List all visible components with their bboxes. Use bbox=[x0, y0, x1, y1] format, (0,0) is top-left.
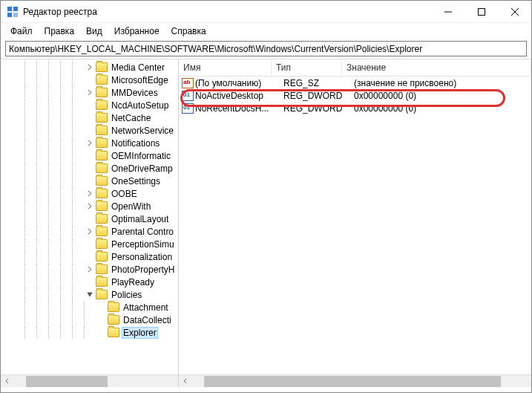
list-row[interactable]: NoActiveDesktopREG_DWORD0x00000000 (0) bbox=[179, 89, 531, 102]
tree-item[interactable]: OEMInformatic bbox=[1, 149, 178, 162]
list-pane[interactable]: Имя Тип Значение (По умолчанию)REG_SZ(зн… bbox=[179, 59, 531, 387]
tree-item[interactable]: OneDriveRamp bbox=[1, 162, 178, 175]
tree-item[interactable]: OneSettings bbox=[1, 175, 178, 187]
expand-glyph-icon[interactable] bbox=[96, 302, 108, 314]
tree-item[interactable]: Personalization bbox=[1, 250, 178, 263]
scroll-thumb[interactable] bbox=[26, 376, 108, 387]
folder-icon bbox=[108, 315, 119, 325]
folder-icon bbox=[96, 75, 108, 85]
tree-label: NcdAutoSetup bbox=[110, 100, 170, 111]
tree-item[interactable]: NcdAutoSetup bbox=[1, 99, 178, 111]
tree-label: MicrosoftEdge bbox=[110, 75, 170, 85]
scroll-left-icon[interactable] bbox=[1, 375, 13, 388]
expand-glyph-icon[interactable] bbox=[84, 150, 96, 162]
folder-icon bbox=[96, 239, 108, 249]
tree-label: Personalization bbox=[110, 252, 174, 262]
tree-label: Policies bbox=[110, 290, 143, 300]
cell-name: (По умолчанию) bbox=[195, 78, 283, 88]
cell-type: REG_DWORD bbox=[283, 91, 354, 101]
folder-icon bbox=[96, 189, 108, 198]
list-row[interactable]: (По умолчанию)REG_SZ(значение не присвое… bbox=[179, 77, 531, 89]
tree-item[interactable]: Media Center bbox=[1, 61, 178, 74]
tree-item[interactable]: Parental Contro bbox=[1, 225, 178, 238]
tree-item[interactable]: MMDevices bbox=[1, 86, 178, 99]
tree-item[interactable]: NetCache bbox=[1, 111, 178, 124]
expand-glyph-icon[interactable] bbox=[96, 314, 108, 326]
list-hscroll[interactable] bbox=[179, 374, 531, 387]
expand-glyph-icon[interactable] bbox=[84, 201, 96, 212]
tree-item[interactable]: Policies bbox=[1, 288, 178, 301]
tree-item[interactable]: Explorer bbox=[1, 326, 178, 339]
tree-pane[interactable]: Media CenterMicrosoftEdgeMMDevicesNcdAut… bbox=[1, 59, 179, 387]
expand-glyph-icon[interactable] bbox=[84, 74, 96, 86]
menu-file[interactable]: Файл bbox=[5, 25, 38, 38]
expand-glyph-icon[interactable] bbox=[84, 163, 96, 175]
list-row[interactable]: NoRecentDocsH...REG_DWORD0x00000000 (0) bbox=[179, 102, 531, 114]
tree-label: OEMInformatic bbox=[110, 151, 172, 161]
menu-help[interactable]: Справка bbox=[166, 25, 211, 38]
tree-label: OneDriveRamp bbox=[110, 163, 174, 174]
expand-glyph-icon[interactable] bbox=[84, 213, 96, 225]
col-value[interactable]: Значение bbox=[342, 60, 531, 75]
value-string-icon bbox=[182, 78, 194, 88]
tree-item[interactable]: PhotoPropertyH bbox=[1, 263, 178, 276]
minimize-button[interactable] bbox=[431, 1, 464, 22]
folder-icon bbox=[96, 277, 108, 287]
expand-glyph-icon[interactable] bbox=[84, 188, 96, 200]
tree-item[interactable]: PerceptionSimu bbox=[1, 238, 178, 250]
expand-glyph-icon[interactable] bbox=[84, 125, 96, 137]
expand-glyph-icon[interactable] bbox=[84, 100, 96, 111]
tree-label: PhotoPropertyH bbox=[110, 264, 176, 275]
tree-hscroll[interactable] bbox=[1, 374, 178, 387]
expand-glyph-icon[interactable] bbox=[84, 251, 96, 263]
expand-glyph-icon[interactable] bbox=[96, 327, 108, 339]
tree-label: OneSettings bbox=[110, 176, 162, 186]
folder-icon bbox=[108, 328, 119, 337]
folder-icon bbox=[96, 151, 108, 160]
cell-value: 0x00000000 (0) bbox=[354, 91, 531, 101]
scroll-left-icon[interactable] bbox=[179, 375, 191, 388]
menu-view[interactable]: Вид bbox=[81, 25, 108, 38]
tree-label: Attachment bbox=[122, 302, 170, 313]
tree-item[interactable]: PlayReady bbox=[1, 276, 178, 288]
folder-icon bbox=[96, 100, 108, 110]
address-input[interactable] bbox=[5, 41, 527, 56]
expand-glyph-icon[interactable] bbox=[84, 289, 96, 301]
expand-glyph-icon[interactable] bbox=[84, 87, 96, 99]
col-type[interactable]: Тип bbox=[272, 60, 342, 75]
tree-item[interactable]: Attachment bbox=[1, 301, 178, 314]
expand-glyph-icon[interactable] bbox=[84, 276, 96, 288]
tree-item[interactable]: DataCollecti bbox=[1, 314, 178, 326]
expand-glyph-icon[interactable] bbox=[84, 62, 96, 74]
menu-favorites[interactable]: Избранное bbox=[109, 25, 165, 38]
svg-rect-3 bbox=[13, 13, 18, 17]
expand-glyph-icon[interactable] bbox=[84, 238, 96, 250]
expand-glyph-icon[interactable] bbox=[84, 112, 96, 124]
tree-label: OptimalLayout bbox=[110, 214, 170, 224]
cell-name: NoRecentDocsH... bbox=[195, 103, 283, 114]
expand-glyph-icon[interactable] bbox=[84, 264, 96, 276]
folder-icon bbox=[96, 88, 108, 97]
tree-label: NetCache bbox=[110, 113, 152, 123]
regedit-icon bbox=[7, 6, 19, 18]
folder-icon bbox=[96, 138, 108, 148]
scroll-thumb[interactable] bbox=[204, 376, 501, 387]
tree-item[interactable]: MicrosoftEdge bbox=[1, 74, 178, 86]
tree-label: OpenWith bbox=[110, 201, 152, 212]
maximize-button[interactable] bbox=[464, 1, 498, 22]
close-button[interactable] bbox=[498, 1, 531, 22]
tree-item[interactable]: Notifications bbox=[1, 137, 178, 149]
tree-item[interactable]: NetworkService bbox=[1, 124, 178, 137]
expand-glyph-icon[interactable] bbox=[84, 175, 96, 187]
folder-icon bbox=[96, 163, 108, 173]
tree-label: Notifications bbox=[110, 138, 161, 149]
expand-glyph-icon[interactable] bbox=[84, 137, 96, 149]
tree-item[interactable]: OOBE bbox=[1, 187, 178, 200]
expand-glyph-icon[interactable] bbox=[84, 226, 96, 238]
address-bar bbox=[1, 39, 531, 59]
tree-item[interactable]: OptimalLayout bbox=[1, 212, 178, 225]
tree-item[interactable]: OpenWith bbox=[1, 200, 178, 212]
titlebar: Редактор реестра bbox=[1, 1, 531, 23]
col-name[interactable]: Имя bbox=[179, 60, 272, 75]
menu-edit[interactable]: Правка bbox=[39, 25, 80, 38]
